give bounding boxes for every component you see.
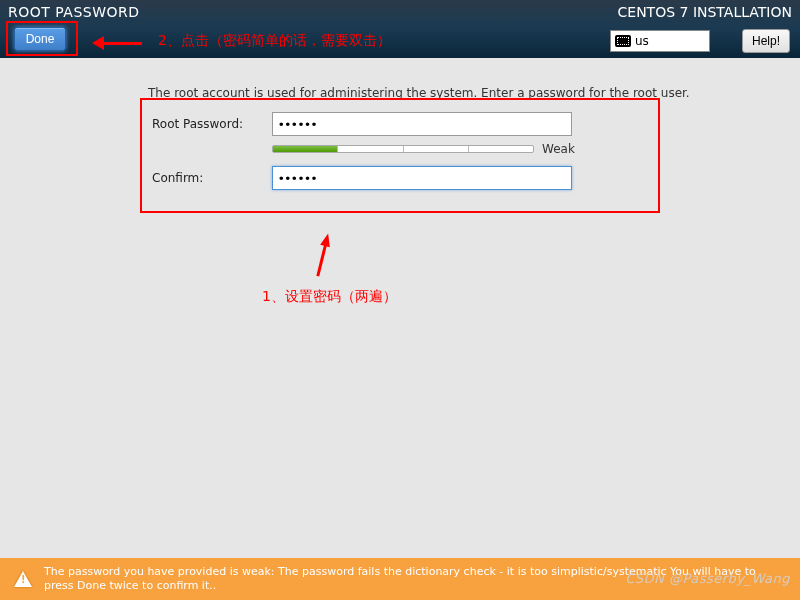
keyboard-layout-selector[interactable]: us [610,30,710,52]
annotation-text-middle: 1、设置密码（两遍） [262,288,397,306]
annotation-text-top: 2、点击（密码简单的话，需要双击） [158,32,391,50]
keyboard-layout-label: us [635,34,649,48]
warning-text: The password you have provided is weak: … [44,565,786,594]
help-button[interactable]: Help! [742,29,790,53]
password-strength-label: Weak [542,142,575,156]
install-title: CENTOS 7 INSTALLATION [618,4,792,20]
root-password-label: Root Password: [152,117,272,131]
annotation-arrow-up [320,233,330,277]
password-strength-row: Weak [272,142,648,156]
warning-bar: The password you have provided is weak: … [0,558,800,600]
warning-icon [14,571,32,587]
header-bar: ROOT PASSWORD CENTOS 7 INSTALLATION Done… [0,0,800,58]
confirm-password-label: Confirm: [152,171,272,185]
root-password-row: Root Password: [152,112,648,136]
done-button[interactable]: Done [14,27,66,51]
confirm-password-input[interactable] [272,166,572,190]
password-strength-meter [272,145,534,153]
root-password-input[interactable] [272,112,572,136]
keyboard-icon [615,35,631,47]
annotation-arrow-left [92,36,142,50]
confirm-password-row: Confirm: [152,166,648,190]
password-form-highlight: Root Password: Weak Confirm: [140,98,660,213]
page-title: ROOT PASSWORD [8,4,140,20]
